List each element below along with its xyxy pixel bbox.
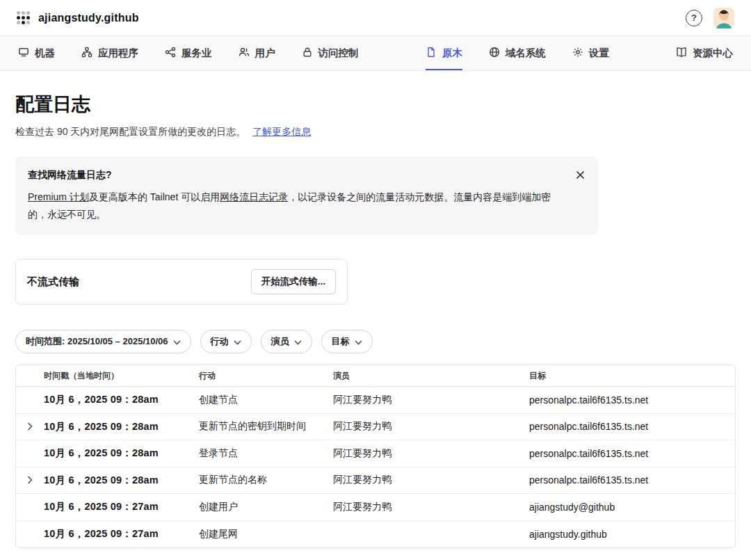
- nav-item-machines[interactable]: 机器: [18, 36, 55, 70]
- row-action: 创建节点: [199, 394, 333, 406]
- table-row: 10月 6，2025 09：27am 创建用户 阿江要努力鸭 ajiangstu…: [16, 494, 735, 521]
- date-range-label: 时间范围: 2025/10/05 – 2025/10/06: [26, 335, 168, 348]
- row-action: 创建尾网: [199, 528, 333, 541]
- col-target: 目标: [529, 370, 735, 382]
- table-row: 10月 6，2025 09：27am 创建尾网 ajiangstudy.gith…: [16, 521, 735, 548]
- globe-icon: [489, 47, 500, 60]
- table-row: 10月 6，2025 09：28am 创建节点 阿江要努力鸭 personalp…: [16, 387, 735, 414]
- nav-item-users[interactable]: 用户: [239, 36, 275, 70]
- avatar[interactable]: [713, 8, 734, 29]
- page-title: 配置日志: [15, 92, 736, 117]
- gear-icon: [572, 47, 583, 60]
- nav-label: 访问控制: [318, 47, 359, 60]
- start-streaming-button[interactable]: 开始流式传输...: [251, 269, 336, 294]
- top-bar: ajiangstudy.github ?: [0, 0, 751, 36]
- nav-item-apps[interactable]: 应用程序: [81, 36, 138, 70]
- chevron-right-icon[interactable]: [16, 476, 44, 484]
- table-row[interactable]: 10月 6，2025 09：28am 更新节点的密钥到期时间 阿江要努力鸭 pe…: [16, 414, 735, 441]
- chevron-down-icon: [234, 337, 241, 347]
- table-row: 10月 6，2025 09：28am 登录节点 阿江要努力鸭 personalp…: [16, 440, 735, 467]
- row-target: personalpc.tail6f6135.ts.net: [529, 474, 735, 486]
- row-target: personalpc.tail6f6135.ts.net: [529, 394, 735, 406]
- network-flow-logs-link[interactable]: 网络流日志记录: [220, 191, 288, 202]
- row-actor: 阿江要努力鸭: [333, 394, 529, 406]
- col-actor: 演员: [333, 370, 529, 382]
- chevron-down-icon: [173, 337, 181, 347]
- row-timestamp: 10月 6，2025 09：28am: [44, 447, 199, 460]
- nav-item-dns[interactable]: 域名系统: [489, 36, 546, 70]
- learn-more-link[interactable]: 了解更多信息: [252, 126, 311, 137]
- nav-group-left: 机器 应用程序 服务业: [18, 36, 359, 70]
- target-filter-label: 目标: [332, 335, 350, 348]
- action-filter-label: 行动: [211, 335, 229, 348]
- streaming-status: 不流式传输: [27, 275, 79, 289]
- chevron-right-icon[interactable]: [16, 422, 44, 431]
- row-action: 创建用户: [199, 501, 333, 513]
- row-action: 更新节点的名称: [199, 474, 333, 486]
- table-row[interactable]: 10月 6，2025 09：28am 更新节点的名称 阿江要努力鸭 person…: [16, 467, 735, 495]
- row-actor: 阿江要努力鸭: [333, 420, 529, 433]
- row-timestamp: 10月 6，2025 09：27am: [44, 527, 199, 541]
- nav-item-settings[interactable]: 设置: [572, 36, 609, 70]
- logs-icon: [426, 47, 437, 60]
- services-icon: [165, 47, 176, 60]
- row-actor: 阿江要努力鸭: [333, 447, 529, 460]
- page-description-text: 检查过去 90 天内对尾网配置设置所做的更改的日志。: [15, 126, 245, 137]
- apps-icon: [81, 47, 92, 60]
- machines-icon: [18, 47, 29, 60]
- nav-label: 域名系统: [506, 47, 546, 60]
- row-action: 登录节点: [199, 447, 333, 460]
- nav-label: 机器: [35, 47, 55, 60]
- table-header: 时间戳（当地时间） 行动 演员 目标: [16, 365, 735, 387]
- nav-label: 设置: [589, 47, 609, 60]
- nav-item-services[interactable]: 服务业: [165, 36, 212, 70]
- help-icon[interactable]: ?: [686, 10, 702, 26]
- row-action: 更新节点的密钥到期时间: [199, 420, 333, 433]
- nav-label: 用户: [255, 47, 275, 60]
- tailscale-logo-icon: [17, 11, 30, 24]
- nav-item-resource-center[interactable]: 资源中心: [676, 36, 733, 70]
- actor-filter-label: 演员: [271, 335, 289, 348]
- banner-text: 及更高版本的 Tailnet 可以启用: [89, 191, 220, 202]
- nav-label: 原木: [442, 47, 462, 60]
- banner-body: Premium 计划及更高版本的 Tailnet 可以启用网络流日志记录，以记录…: [28, 189, 567, 223]
- date-range-filter[interactable]: 时间范围: 2025/10/05 – 2025/10/06: [15, 330, 191, 353]
- row-actor: 阿江要努力鸭: [333, 501, 529, 513]
- row-timestamp: 10月 6，2025 09：28am: [44, 474, 199, 487]
- book-icon: [676, 47, 687, 60]
- row-target: ajiangstudy.github: [529, 529, 735, 540]
- nav-item-access-controls[interactable]: 访问控制: [302, 36, 359, 70]
- tailnet-name: ajiangstudy.github: [38, 12, 139, 24]
- target-filter[interactable]: 目标: [321, 330, 373, 353]
- row-timestamp: 10月 6，2025 09：28am: [44, 393, 199, 406]
- row-target: personalpc.tail6f6135.ts.net: [529, 421, 735, 432]
- row-target: ajiangstudy@github: [529, 502, 735, 513]
- nav-label: 资源中心: [693, 47, 733, 60]
- action-filter[interactable]: 行动: [200, 330, 252, 353]
- nav-group-right: 资源中心: [676, 36, 733, 70]
- nav-group-middle: 原木 域名系统 设置: [426, 36, 609, 70]
- close-icon[interactable]: [573, 168, 587, 182]
- streaming-card: 不流式传输 开始流式传输...: [15, 259, 348, 305]
- chevron-down-icon: [355, 337, 362, 347]
- page-description: 检查过去 90 天内对尾网配置设置所做的更改的日志。 了解更多信息: [15, 126, 736, 138]
- premium-plan-link[interactable]: Premium 计划: [28, 191, 89, 202]
- actor-filter[interactable]: 演员: [261, 330, 312, 353]
- row-target: personalpc.tail6f6135.ts.net: [529, 448, 735, 459]
- nav-label: 服务业: [181, 47, 212, 60]
- nav-item-logs[interactable]: 原木: [426, 36, 462, 70]
- config-log-table: 时间戳（当地时间） 行动 演员 目标 10月 6，2025 09：28am 创建…: [15, 365, 736, 548]
- row-actor: 阿江要努力鸭: [333, 474, 529, 486]
- filters-bar: 时间范围: 2025/10/05 – 2025/10/06 行动 演员 目标: [15, 330, 736, 353]
- main-content: 配置日志 检查过去 90 天内对尾网配置设置所做的更改的日志。 了解更多信息 查…: [0, 92, 751, 560]
- network-flow-banner: 查找网络流量日志? Premium 计划及更高版本的 Tailnet 可以启用网…: [15, 157, 598, 235]
- row-timestamp: 10月 6，2025 09：27am: [44, 500, 199, 513]
- col-timestamp: 时间戳（当地时间）: [44, 370, 199, 382]
- lock-icon: [302, 47, 313, 60]
- users-icon: [239, 47, 250, 60]
- banner-title: 查找网络流量日志?: [28, 169, 567, 182]
- chevron-down-icon: [294, 337, 302, 347]
- main-nav: 机器 应用程序 服务业: [0, 36, 751, 71]
- col-action: 行动: [199, 370, 333, 382]
- nav-label: 应用程序: [98, 47, 138, 60]
